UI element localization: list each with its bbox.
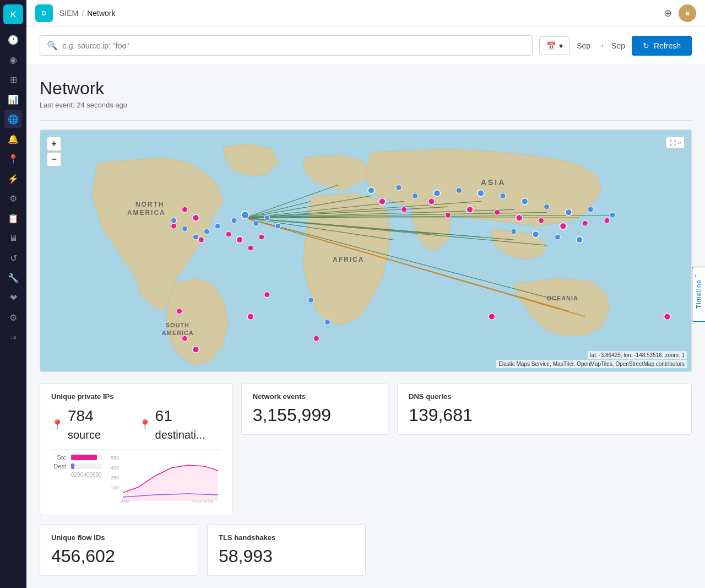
sidebar-item-map[interactable]: 📍 — [4, 150, 22, 168]
svg-point-79 — [313, 336, 319, 341]
svg-point-42 — [478, 190, 484, 197]
dns-queries-card: DNS queries 139,681 — [397, 383, 692, 435]
svg-text:ASIA: ASIA — [481, 178, 506, 187]
refresh-button[interactable]: ↻ Refresh — [632, 36, 692, 56]
svg-point-55 — [192, 214, 199, 221]
dst-bar-track — [71, 463, 102, 469]
source-ip-icon: 📍 — [51, 419, 63, 431]
svg-point-75 — [192, 346, 199, 353]
search-input[interactable] — [62, 41, 525, 50]
zoom-in-button[interactable]: + — [47, 137, 61, 151]
main-area: D SIEM / Network ⊕ e 🔍 📅 ▾ Sep — [26, 0, 705, 588]
breadcrumb-current: Network — [87, 9, 115, 18]
last-event-text: Last event: 24 seconds ago — [40, 101, 692, 109]
sidebar-item-network[interactable]: 🌐 — [4, 110, 22, 128]
sidebar-item-analytics[interactable]: 📊 — [4, 90, 22, 108]
svg-text:400: 400 — [111, 465, 119, 471]
network-events-card: Network events 3,155,999 — [241, 383, 388, 435]
sidebar-item-alerts[interactable]: 🔔 — [4, 130, 22, 148]
date-end: Sep — [611, 41, 625, 50]
svg-point-70 — [539, 218, 544, 223]
source-ip-value: 784 source — [68, 407, 126, 443]
tls-handshakes-card: TLS handshakes 58,993 — [207, 524, 366, 576]
page-title: Network — [40, 78, 692, 99]
svg-point-81 — [664, 313, 671, 320]
src-bar-track — [71, 455, 102, 460]
svg-point-28 — [231, 218, 237, 223]
network-events-label: Network events — [253, 392, 377, 401]
svg-text:9-03 00:00: 9-03 00:00 — [192, 499, 214, 504]
svg-point-30 — [204, 229, 209, 234]
stats-row-2: Unique flow IDs 456,602 TLS handshakes 5… — [40, 524, 692, 576]
sidebar-item-host[interactable]: 🖥 — [4, 229, 22, 247]
sidebar-item-health[interactable]: ❤ — [4, 289, 22, 306]
svg-point-68 — [495, 209, 500, 215]
ip-divider — [51, 449, 221, 450]
sidebar-item-refresh[interactable]: ↺ — [4, 249, 22, 267]
map-expand-button[interactable]: ⛶ ↩ — [666, 137, 685, 149]
bar-axis: 0 200 400 600 — [51, 472, 102, 478]
sidebar-item-settings[interactable]: ⚙ — [4, 309, 22, 326]
section-divider — [40, 120, 692, 121]
dest-ip-value: 61 destinati... — [155, 407, 221, 443]
map-coordinates: lat: -3.86425, lon: -148.53516, zoom: 1 — [588, 351, 687, 359]
svg-point-53 — [308, 298, 313, 303]
line-chart-svg: 550 400 250 100 9 — [111, 454, 221, 504]
map-attribution: Elastic Maps Service, MapTiler, OpenMapT… — [496, 360, 687, 368]
svg-point-77 — [264, 292, 270, 298]
source-ip-stat: 📍 784 source — [51, 407, 126, 443]
bar-chart: Src. Dest. — [51, 454, 102, 506]
svg-point-35 — [264, 215, 270, 220]
topbar-logo: D — [35, 4, 53, 22]
calendar-icon: 📅 — [546, 41, 556, 50]
sidebar-item-dashboard[interactable]: ⊞ — [4, 71, 22, 88]
svg-text:SOUTH: SOUTH — [166, 322, 189, 328]
bar-dst-row: Dest. — [51, 463, 102, 470]
timeline-tab[interactable]: ‹ Timeline — [692, 267, 705, 322]
svg-point-60 — [236, 236, 243, 243]
svg-point-65 — [428, 198, 435, 204]
src-bar-fill — [71, 455, 97, 460]
mini-chart: Src. Dest. — [51, 454, 221, 506]
breadcrumb-sep: / — [82, 9, 84, 18]
sidebar-item-tools[interactable]: 🔧 — [4, 269, 22, 287]
svg-point-47 — [588, 207, 593, 212]
svg-text:OCEANIA: OCEANIA — [547, 295, 578, 301]
zoom-out-button[interactable]: − — [47, 152, 61, 166]
dest-ip-icon: 📍 — [139, 419, 151, 431]
svg-point-31 — [193, 234, 198, 240]
svg-point-63 — [379, 198, 386, 204]
content-area: 🔍 📅 ▾ Sep → Sep ↻ Refresh Network Last e… — [26, 26, 705, 588]
sidebar-item-gear[interactable]: ⚙ — [4, 190, 22, 207]
svg-point-50 — [533, 231, 539, 238]
dst-bar-fill — [71, 463, 74, 469]
svg-point-34 — [253, 220, 259, 226]
search-input-wrap[interactable]: 🔍 — [40, 35, 533, 56]
world-map[interactable]: NORTH AMERICA ASIA AFRICA SOUTH AMERICA … — [40, 130, 692, 372]
dns-queries-value: 139,681 — [409, 405, 680, 425]
breadcrumb-parent[interactable]: SIEM — [59, 9, 78, 18]
help-icon[interactable]: ⊕ — [664, 7, 672, 19]
sidebar-item-overview[interactable]: ◉ — [4, 51, 22, 68]
date-picker-button[interactable]: 📅 ▾ — [539, 36, 570, 55]
tls-value: 58,993 — [219, 546, 354, 567]
sidebar-logo[interactable]: K — [3, 4, 23, 24]
unique-flow-label: Unique flow IDs — [51, 533, 187, 542]
sidebar-collapse-arrow[interactable]: ⇒ — [10, 333, 17, 342]
date-start: Sep — [577, 41, 590, 50]
sidebar-item-time[interactable]: 🕐 — [4, 31, 22, 48]
user-avatar[interactable]: e — [679, 4, 696, 22]
svg-text:AMERICA: AMERICA — [162, 330, 194, 336]
unique-ips-row: 📍 784 source 📍 61 destinati... — [51, 407, 221, 443]
svg-point-72 — [582, 220, 588, 226]
timeline-chevron-icon: ‹ — [695, 272, 697, 279]
svg-point-66 — [445, 212, 451, 218]
svg-point-51 — [555, 234, 560, 240]
svg-point-48 — [610, 212, 615, 218]
sidebar-item-rules[interactable]: ⚡ — [4, 170, 22, 187]
svg-point-44 — [522, 198, 528, 204]
sidebar-item-cases[interactable]: 📋 — [4, 209, 22, 227]
svg-point-58 — [198, 237, 204, 242]
breadcrumb: SIEM / Network — [59, 9, 115, 18]
page-content: Network Last event: 24 seconds ago — [26, 65, 705, 588]
